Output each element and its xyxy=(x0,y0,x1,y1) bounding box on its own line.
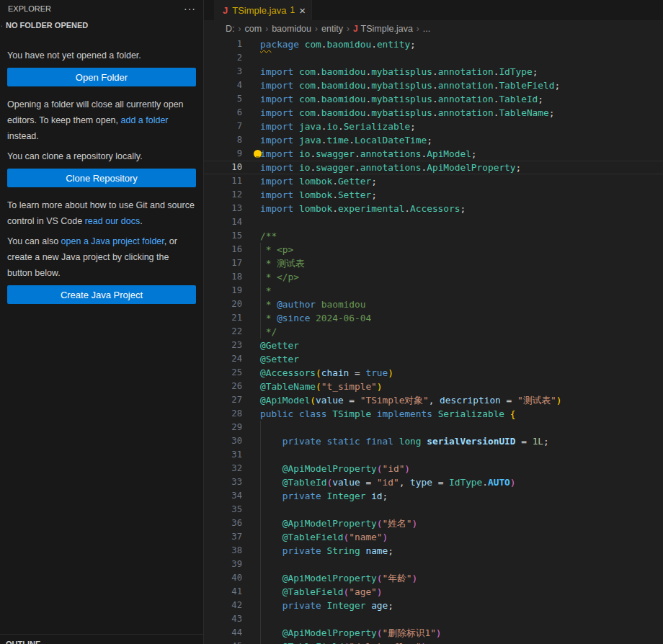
code-line[interactable]: 36 @ApiModelProperty("姓名") xyxy=(204,516,663,530)
line-number[interactable]: 33 xyxy=(204,475,242,489)
line-number[interactable]: 10 xyxy=(204,161,242,174)
line-number[interactable]: 44 xyxy=(204,626,242,640)
outline-section-header[interactable]: OUTLINE xyxy=(0,634,203,644)
line-number[interactable]: 15 xyxy=(204,229,242,243)
line-number[interactable]: 25 xyxy=(204,366,242,380)
code-line[interactable]: 45 @TableField("delete_flag") xyxy=(204,640,663,644)
code-line[interactable]: 40 @ApiModelProperty("年龄") xyxy=(204,571,663,585)
code-line[interactable]: 24@Setter xyxy=(204,352,663,366)
code-line[interactable]: 12import lombok.Setter; xyxy=(204,188,663,202)
code-line[interactable]: 8import java.time.LocalDateTime; xyxy=(204,133,663,147)
code-line[interactable]: 32 @ApiModelProperty("id") xyxy=(204,462,663,475)
code-line[interactable]: 22 */ xyxy=(204,325,663,339)
code-line[interactable]: 38 private String name; xyxy=(204,544,663,558)
line-number[interactable]: 39 xyxy=(204,558,242,571)
line-number[interactable]: 42 xyxy=(204,599,242,612)
code-line[interactable]: 34 private Integer id; xyxy=(204,489,663,503)
line-number[interactable]: 43 xyxy=(204,612,242,626)
breadcrumb-file[interactable]: TSimple.java xyxy=(361,24,413,34)
code-line[interactable]: 28public class TSimple implements Serial… xyxy=(204,407,663,421)
code-line[interactable]: 37 @TableField("name") xyxy=(204,530,663,544)
code-line[interactable]: 42 private Integer age; xyxy=(204,599,663,612)
line-number[interactable]: 20 xyxy=(204,298,242,311)
code-line[interactable]: 20 * @author baomidou xyxy=(204,298,663,311)
line-number[interactable]: 6 xyxy=(204,106,242,120)
line-number[interactable]: 1 xyxy=(204,37,242,51)
code-line[interactable]: 4import com.baomidou.mybatisplus.annotat… xyxy=(204,79,663,92)
line-number[interactable]: 4 xyxy=(204,79,242,92)
read-docs-link[interactable]: read our docs xyxy=(85,216,140,226)
code-line[interactable]: 1package com.baomidou.entity; xyxy=(204,37,663,51)
line-number[interactable]: 45 xyxy=(204,640,242,644)
clone-repository-button[interactable]: Clone Repository xyxy=(7,169,196,187)
breadcrumb-item[interactable]: baomidou xyxy=(272,24,311,34)
code-line[interactable]: 19 * xyxy=(204,284,663,298)
code-line[interactable]: 17 * 测试表 xyxy=(204,256,663,270)
open-folder-button[interactable]: Open Folder xyxy=(7,68,196,86)
line-number[interactable]: 28 xyxy=(204,407,242,421)
line-number[interactable]: 18 xyxy=(204,270,242,284)
line-number[interactable]: 34 xyxy=(204,489,242,503)
line-number[interactable]: 24 xyxy=(204,352,242,366)
line-number[interactable]: 35 xyxy=(204,503,242,516)
line-number[interactable]: 22 xyxy=(204,325,242,339)
code-line[interactable]: 7import java.io.Serializable; xyxy=(204,120,663,133)
line-number[interactable]: 27 xyxy=(204,393,242,407)
line-number[interactable]: 23 xyxy=(204,339,242,352)
line-number[interactable]: 29 xyxy=(204,421,242,434)
code-line[interactable]: 31 xyxy=(204,448,663,462)
add-folder-link[interactable]: add a folder xyxy=(121,115,169,125)
breadcrumb-symbol-more[interactable]: ... xyxy=(423,24,430,34)
code-line[interactable]: 15/** xyxy=(204,229,663,243)
line-number[interactable]: 2 xyxy=(204,51,242,65)
code-line[interactable]: 5import com.baomidou.mybatisplus.annotat… xyxy=(204,92,663,106)
line-number[interactable]: 32 xyxy=(204,462,242,475)
breadcrumb-item[interactable]: com xyxy=(245,24,262,34)
line-number[interactable]: 19 xyxy=(204,284,242,298)
line-number[interactable]: 37 xyxy=(204,530,242,544)
line-number[interactable]: 16 xyxy=(204,243,242,256)
code-line[interactable]: 27@ApiModel(value = "TSimple对象", descrip… xyxy=(204,393,663,407)
code-line[interactable]: 16 * <p> xyxy=(204,243,663,256)
line-number[interactable]: 40 xyxy=(204,571,242,585)
create-java-project-button[interactable]: Create Java Project xyxy=(7,285,196,304)
code-line[interactable]: 41 @TableField("age") xyxy=(204,585,663,599)
code-line[interactable]: 33 @TableId(value = "id", type = IdType.… xyxy=(204,475,663,489)
line-number[interactable]: 38 xyxy=(204,544,242,558)
code-editor[interactable]: 1package com.baomidou.entity;23import co… xyxy=(204,37,663,644)
open-java-project-link[interactable]: open a Java project folder xyxy=(61,236,164,246)
line-number[interactable]: 26 xyxy=(204,380,242,393)
line-number[interactable]: 21 xyxy=(204,311,242,325)
lightbulb-icon[interactable] xyxy=(254,150,262,158)
close-icon[interactable]: × xyxy=(299,5,306,16)
code-line[interactable]: 39 xyxy=(204,558,663,571)
line-number[interactable]: 5 xyxy=(204,92,242,106)
line-number[interactable]: 11 xyxy=(204,174,242,188)
code-line[interactable]: 44 @ApiModelProperty("删除标识1") xyxy=(204,626,663,640)
code-line[interactable]: 6import com.baomidou.mybatisplus.annotat… xyxy=(204,106,663,120)
line-number[interactable]: 31 xyxy=(204,448,242,462)
breadcrumb-item[interactable]: D: xyxy=(226,24,235,34)
line-number[interactable]: 30 xyxy=(204,434,242,448)
more-actions-icon[interactable]: ··· xyxy=(184,5,196,12)
code-line-current[interactable]: 10import io.swagger.annotations.ApiModel… xyxy=(204,161,663,174)
line-number[interactable]: 17 xyxy=(204,256,242,270)
line-number[interactable]: 9 xyxy=(204,147,242,161)
line-number[interactable]: 3 xyxy=(204,65,242,79)
code-line[interactable]: 35 xyxy=(204,503,663,516)
tab-tsimple-java[interactable]: J TSimple.java 1 × xyxy=(214,0,312,20)
code-line[interactable]: 2 xyxy=(204,51,663,65)
line-number[interactable]: 14 xyxy=(204,215,242,229)
line-number[interactable]: 12 xyxy=(204,188,242,202)
line-number[interactable]: 8 xyxy=(204,133,242,147)
code-line[interactable]: 9import io.swagger.annotations.ApiModel; xyxy=(204,147,663,161)
code-line[interactable]: 25@Accessors(chain = true) xyxy=(204,366,663,380)
line-number[interactable]: 36 xyxy=(204,516,242,530)
code-line[interactable]: 30 private static final long serialVersi… xyxy=(204,434,663,448)
code-line[interactable]: 18 * </p> xyxy=(204,270,663,284)
line-number[interactable]: 41 xyxy=(204,585,242,599)
code-line[interactable]: 43 xyxy=(204,612,663,626)
breadcrumb-item[interactable]: entity xyxy=(321,24,343,34)
code-line[interactable]: 13import lombok.experimental.Accessors; xyxy=(204,202,663,215)
code-line[interactable]: 23@Getter xyxy=(204,339,663,352)
